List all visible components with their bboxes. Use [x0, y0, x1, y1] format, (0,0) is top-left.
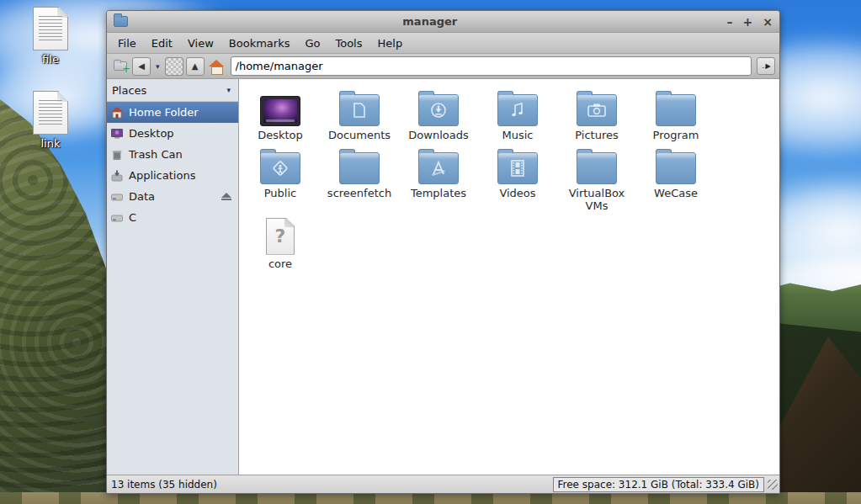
file-item-screenfetch[interactable]: screenfetch: [320, 146, 399, 213]
applications-icon: [110, 169, 124, 183]
home-icon: [209, 60, 224, 73]
up-arrow-icon: ▲: [192, 61, 199, 71]
menu-tools[interactable]: Tools: [327, 33, 369, 54]
file-item-wecase[interactable]: WeCase: [636, 146, 715, 213]
file-item-templates[interactable]: Templates: [399, 146, 478, 213]
file-item-virtualbox-vms[interactable]: VirtualBox VMs: [557, 146, 636, 213]
file-item-downloads[interactable]: Downloads: [399, 88, 478, 142]
sidebar-item-applications[interactable]: Applications: [107, 165, 238, 186]
menu-go[interactable]: Go: [297, 33, 327, 54]
drive-icon: [110, 190, 124, 204]
menu-edit[interactable]: Edit: [144, 33, 180, 54]
sidebar-places: Places ▾ Home Folder Desktop Trash C: [107, 79, 239, 475]
folder-icon: [339, 94, 380, 126]
text-file-icon: [33, 91, 68, 135]
menu-view[interactable]: View: [180, 33, 221, 54]
menubar: File Edit View Bookmarks Go Tools Help: [107, 33, 779, 54]
documents-emblem-icon: [340, 95, 379, 125]
text-file-icon: [33, 7, 68, 50]
desktop-icon-label: file: [15, 53, 86, 66]
music-emblem-icon: [498, 95, 537, 125]
folder-icon: [577, 94, 617, 126]
drive-icon: [110, 211, 124, 225]
eject-icon[interactable]: [221, 193, 231, 200]
up-button[interactable]: ▲: [186, 57, 205, 76]
folder-icon: [260, 152, 300, 184]
item-count-text: 13 items (35 hidden): [111, 479, 553, 491]
places-dropdown-icon: ▾: [224, 86, 233, 94]
file-item-desktop[interactable]: Desktop: [241, 88, 320, 142]
free-space-text: Free space: 312.1 GiB (Total: 333.4 GiB): [553, 477, 764, 492]
file-view[interactable]: Desktop Documents Downloads: [239, 79, 779, 475]
minimize-button[interactable]: –: [727, 16, 733, 28]
background-ground: [0, 492, 861, 504]
location-options-icon: ‥▶: [762, 62, 770, 70]
pictures-emblem-icon: [577, 95, 616, 125]
history-dropdown-icon[interactable]: ▾: [153, 62, 162, 71]
templates-emblem-icon: [419, 153, 458, 183]
sidebar-item-label: C: [129, 211, 136, 224]
places-header-label: Places: [112, 84, 224, 97]
new-tab-icon: [114, 61, 127, 71]
folder-icon: [577, 152, 617, 184]
home-button[interactable]: [207, 57, 226, 76]
folder-icon: [339, 152, 380, 184]
sidebar-item-label: Trash Can: [129, 148, 183, 161]
sidebar-item-label: Applications: [129, 169, 195, 182]
unknown-file-icon: ?: [266, 218, 295, 255]
menu-help[interactable]: Help: [370, 33, 411, 54]
folder-icon: [656, 94, 696, 126]
location-options-button[interactable]: ‥▶: [757, 57, 775, 75]
window-folder-icon: [114, 16, 128, 27]
file-item-program[interactable]: Program: [636, 88, 715, 142]
back-button[interactable]: ◀: [132, 57, 151, 76]
file-manager-window: manager – + × File Edit View Bookmarks G…: [106, 10, 780, 494]
statusbar: 13 items (35 hidden) Free space: 312.1 G…: [107, 475, 779, 493]
folder-icon: [418, 94, 459, 126]
file-item-music[interactable]: Music: [478, 88, 557, 142]
resize-grip[interactable]: [768, 480, 778, 490]
places-header-dropdown[interactable]: Places ▾: [107, 79, 238, 102]
home-folder-icon: [110, 106, 124, 119]
folder-icon: [656, 152, 696, 184]
icon-grid: Desktop Documents Downloads: [241, 88, 746, 274]
public-emblem-icon: [261, 153, 300, 183]
folder-icon: [418, 152, 459, 184]
trash-icon: [110, 148, 124, 162]
window-title: manager: [133, 15, 727, 28]
desktop-icon-link[interactable]: link: [15, 91, 86, 150]
new-tab-button[interactable]: [111, 57, 130, 76]
file-item-core[interactable]: ? core: [241, 216, 320, 271]
downloads-emblem-icon: [419, 95, 458, 125]
back-arrow-icon: ◀: [138, 61, 145, 71]
path-input[interactable]: [231, 56, 752, 76]
sidebar-item-desktop[interactable]: Desktop: [107, 123, 238, 144]
file-item-public[interactable]: Public: [241, 146, 320, 213]
menu-file[interactable]: File: [110, 33, 144, 54]
desktop-screen-icon: [260, 96, 300, 126]
background-rock-left: [0, 99, 109, 504]
sidebar-item-c[interactable]: C: [107, 207, 238, 228]
sidebar-item-data[interactable]: Data: [107, 186, 238, 207]
forward-button: [165, 57, 183, 76]
sidebar-item-trash-can[interactable]: Trash Can: [107, 144, 238, 165]
desktop-place-icon: [110, 127, 124, 141]
maximize-button[interactable]: +: [743, 16, 753, 28]
close-button[interactable]: ×: [763, 16, 773, 28]
menu-bookmarks[interactable]: Bookmarks: [221, 33, 298, 54]
folder-icon: [497, 152, 538, 184]
videos-emblem-icon: [498, 153, 537, 183]
desktop-icon-label: link: [15, 137, 86, 150]
sidebar-item-label: Data: [129, 190, 155, 203]
sidebar-item-label: Home Folder: [129, 106, 199, 119]
titlebar[interactable]: manager – + ×: [107, 11, 779, 33]
sidebar-item-label: Desktop: [129, 127, 174, 140]
file-item-pictures[interactable]: Pictures: [557, 88, 636, 142]
file-item-videos[interactable]: Videos: [478, 146, 557, 213]
toolbar: ◀ ▾ ▲ ‥▶: [107, 54, 779, 79]
sidebar-item-home-folder[interactable]: Home Folder: [107, 102, 238, 123]
file-item-documents[interactable]: Documents: [320, 88, 399, 142]
desktop-icon-file[interactable]: file: [15, 7, 86, 66]
folder-icon: [497, 94, 538, 126]
